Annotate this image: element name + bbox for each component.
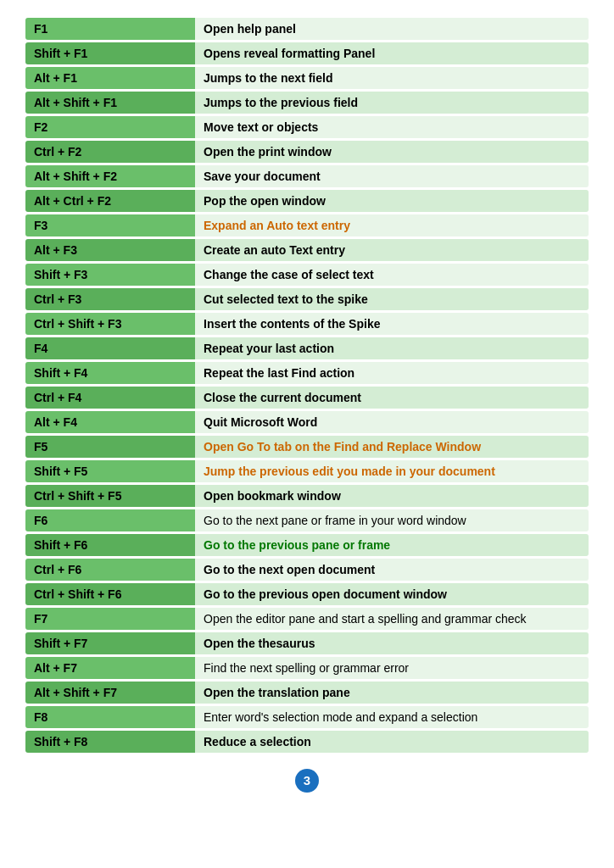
table-row: Ctrl + F4Close the current document bbox=[25, 387, 589, 409]
table-row: Ctrl + F3Cut selected text to the spike bbox=[25, 288, 589, 310]
table-row: Alt + F3Create an auto Text entry bbox=[25, 239, 589, 261]
table-row: F5Open Go To tab on the Find and Replace… bbox=[25, 436, 589, 458]
table-row: Ctrl + F2Open the print window bbox=[25, 141, 589, 163]
table-row: Shift + F8Reduce a selection bbox=[25, 731, 589, 753]
shortcut-key: Alt + Shift + F2 bbox=[25, 165, 195, 187]
shortcut-key: F2 bbox=[25, 116, 195, 138]
shortcut-key: Ctrl + Shift + F5 bbox=[25, 485, 195, 507]
shortcut-desc: Move text or objects bbox=[195, 116, 589, 138]
table-row: F8Enter word's selection mode and expand… bbox=[25, 706, 589, 728]
shortcut-desc: Open the print window bbox=[195, 141, 589, 163]
table-row: Alt + F1Jumps to the next field bbox=[25, 67, 589, 89]
table-row: Shift + F3Change the case of select text bbox=[25, 264, 589, 286]
table-row: F6Go to the next pane or frame in your w… bbox=[25, 509, 589, 531]
table-row: Ctrl + Shift + F6Go to the previous open… bbox=[25, 583, 589, 605]
shortcut-desc: Repeat your last action bbox=[195, 337, 589, 359]
shortcut-key: F8 bbox=[25, 706, 195, 728]
table-row: Alt + Shift + F2Save your document bbox=[25, 165, 589, 187]
shortcut-key: F6 bbox=[25, 509, 195, 531]
shortcut-desc: Quit Microsoft Word bbox=[195, 411, 589, 433]
table-row: Alt + F7Find the next spelling or gramma… bbox=[25, 657, 589, 679]
table-row: Shift + F4Repeat the last Find action bbox=[25, 362, 589, 384]
shortcut-desc: Reduce a selection bbox=[195, 731, 589, 753]
shortcut-key: Ctrl + F2 bbox=[25, 141, 195, 163]
table-row: Ctrl + Shift + F3Insert the contents of … bbox=[25, 313, 589, 335]
shortcut-desc: Jumps to the next field bbox=[195, 67, 589, 89]
shortcut-desc: Go to the next pane or frame in your wor… bbox=[195, 509, 589, 531]
shortcut-key: Ctrl + Shift + F6 bbox=[25, 583, 195, 605]
shortcut-desc: Create an auto Text entry bbox=[195, 239, 589, 261]
table-row: Shift + F7Open the thesaurus bbox=[25, 632, 589, 654]
shortcut-key: Alt + F7 bbox=[25, 657, 195, 679]
table-row: Shift + F1Opens reveal formatting Panel bbox=[25, 42, 589, 64]
shortcut-key: Shift + F5 bbox=[25, 460, 195, 482]
shortcut-desc: Go to the previous pane or frame bbox=[195, 534, 589, 556]
shortcut-desc: Pop the open window bbox=[195, 190, 589, 212]
shortcut-key: Shift + F8 bbox=[25, 731, 195, 753]
shortcut-key: Ctrl + Shift + F3 bbox=[25, 313, 195, 335]
shortcut-key: Alt + F3 bbox=[25, 239, 195, 261]
shortcut-desc: Open help panel bbox=[195, 18, 589, 40]
shortcut-key: Shift + F6 bbox=[25, 534, 195, 556]
shortcut-desc: Repeat the last Find action bbox=[195, 362, 589, 384]
shortcut-key: Alt + Shift + F7 bbox=[25, 682, 195, 704]
shortcut-desc: Go to the next open document bbox=[195, 559, 589, 581]
table-row: Ctrl + Shift + F5Open bookmark window bbox=[25, 485, 589, 507]
shortcut-key: Ctrl + F3 bbox=[25, 288, 195, 310]
shortcut-key: Shift + F7 bbox=[25, 632, 195, 654]
shortcut-desc: Jump the previous edit you made in your … bbox=[195, 460, 589, 482]
page-number: 3 bbox=[25, 769, 589, 793]
shortcut-desc: Cut selected text to the spike bbox=[195, 288, 589, 310]
shortcut-key: F4 bbox=[25, 337, 195, 359]
shortcut-desc: Jumps to the previous field bbox=[195, 92, 589, 114]
shortcut-desc: Open the editor pane and start a spellin… bbox=[195, 608, 589, 630]
shortcut-desc: Open Go To tab on the Find and Replace W… bbox=[195, 436, 589, 458]
shortcut-key: Shift + F4 bbox=[25, 362, 195, 384]
shortcut-desc: Enter word's selection mode and expand a… bbox=[195, 706, 589, 728]
shortcut-key: F5 bbox=[25, 436, 195, 458]
shortcut-desc: Expand an Auto text entry bbox=[195, 214, 589, 236]
shortcut-key: Alt + Shift + F1 bbox=[25, 92, 195, 114]
shortcut-key: Ctrl + F6 bbox=[25, 559, 195, 581]
table-row: F7Open the editor pane and start a spell… bbox=[25, 608, 589, 630]
table-row: F2Move text or objects bbox=[25, 116, 589, 138]
shortcut-key: F3 bbox=[25, 214, 195, 236]
shortcut-key: Shift + F3 bbox=[25, 264, 195, 286]
shortcut-desc: Insert the contents of the Spike bbox=[195, 313, 589, 335]
table-row: F3Expand an Auto text entry bbox=[25, 214, 589, 236]
shortcut-key: Shift + F1 bbox=[25, 42, 195, 64]
shortcut-desc: Change the case of select text bbox=[195, 264, 589, 286]
shortcut-key: Alt + F1 bbox=[25, 67, 195, 89]
shortcut-desc: Open the thesaurus bbox=[195, 632, 589, 654]
shortcut-desc: Open the translation pane bbox=[195, 682, 589, 704]
table-row: F1Open help panel bbox=[25, 18, 589, 40]
shortcut-key: F7 bbox=[25, 608, 195, 630]
shortcut-table: F1Open help panelShift + F1Opens reveal … bbox=[25, 15, 589, 755]
shortcut-desc: Opens reveal formatting Panel bbox=[195, 42, 589, 64]
shortcut-desc: Save your document bbox=[195, 165, 589, 187]
shortcut-key: Alt + Ctrl + F2 bbox=[25, 190, 195, 212]
table-row: F4Repeat your last action bbox=[25, 337, 589, 359]
shortcut-desc: Find the next spelling or grammar error bbox=[195, 657, 589, 679]
shortcut-key: Alt + F4 bbox=[25, 411, 195, 433]
shortcut-desc: Close the current document bbox=[195, 387, 589, 409]
shortcut-desc: Go to the previous open document window bbox=[195, 583, 589, 605]
table-row: Alt + Ctrl + F2Pop the open window bbox=[25, 190, 589, 212]
table-row: Alt + Shift + F1Jumps to the previous fi… bbox=[25, 92, 589, 114]
shortcut-desc: Open bookmark window bbox=[195, 485, 589, 507]
table-row: Ctrl + F6Go to the next open document bbox=[25, 559, 589, 581]
shortcut-key: F1 bbox=[25, 18, 195, 40]
table-row: Shift + F6Go to the previous pane or fra… bbox=[25, 534, 589, 556]
table-row: Shift + F5Jump the previous edit you mad… bbox=[25, 460, 589, 482]
shortcut-key: Ctrl + F4 bbox=[25, 387, 195, 409]
table-row: Alt + F4Quit Microsoft Word bbox=[25, 411, 589, 433]
table-row: Alt + Shift + F7Open the translation pan… bbox=[25, 682, 589, 704]
page-circle: 3 bbox=[295, 769, 319, 793]
